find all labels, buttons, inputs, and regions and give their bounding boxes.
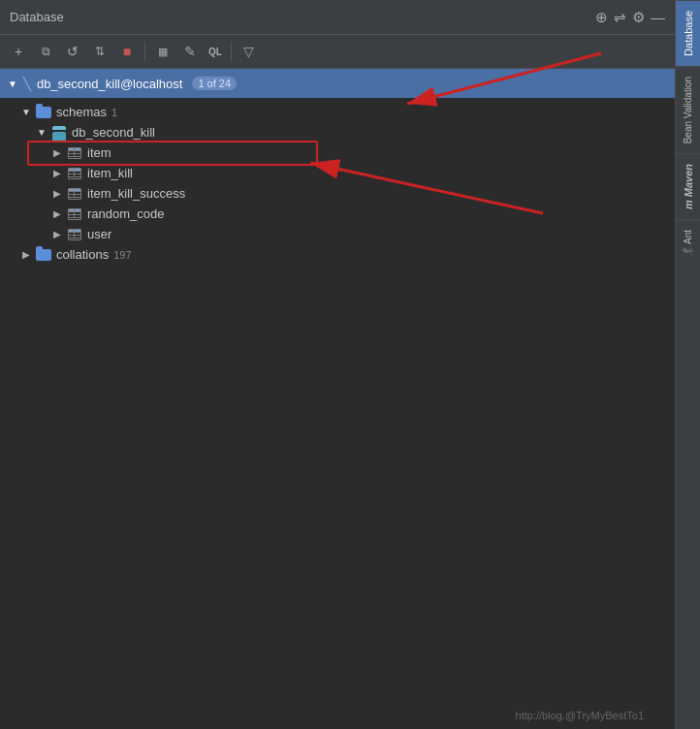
sidebar-tab-bean-validation[interactable]: Bean Validation (676, 66, 700, 153)
random-code-table-icon (66, 207, 83, 221)
connection-badge: 1 of 24 (192, 77, 237, 90)
sql-button[interactable]: QL (205, 39, 226, 64)
tree-item-item-kill[interactable]: ▶ item_kill (0, 163, 675, 183)
filter-button[interactable]: ▽ (237, 39, 262, 64)
tree-item-random-code[interactable]: ▶ random_code (0, 204, 675, 224)
table-button[interactable]: ▦ (150, 39, 175, 64)
database-tab-label: Database (683, 11, 694, 56)
db-icon-container (50, 126, 68, 140)
schemas-label: schemas (56, 105, 107, 119)
schemas-count: 1 (111, 107, 117, 118)
sidebar-tab-maven[interactable]: m Maven (676, 153, 700, 219)
item-kill-success-table-icon (66, 187, 83, 201)
stop-button[interactable]: ■ (114, 39, 140, 64)
sidebar-tab-ant[interactable]: 🐜 Ant (676, 219, 700, 268)
toolbar: + ⧉ ↺ ⇅ ■ ▦ ✎ QL ▽ (0, 35, 675, 69)
separator-1 (144, 42, 145, 61)
maven-tab-label: m Maven (683, 164, 694, 209)
tree-item-collations[interactable]: ▶ collations 197 (0, 244, 675, 265)
tree-item-user[interactable]: ▶ user (0, 224, 675, 244)
tree-area: ▼ schemas 1 ▼ db_second_kill ▶ (0, 98, 675, 729)
schemas-folder-icon (35, 106, 52, 119)
item-table-icon (66, 146, 83, 160)
globe-icon[interactable]: ⊕ (595, 9, 608, 26)
refresh-button[interactable]: ↺ (60, 39, 85, 64)
random-code-arrow: ▶ (50, 208, 64, 219)
collations-arrow: ▶ (19, 249, 33, 260)
collations-label: collations (56, 247, 109, 262)
user-table-icon (66, 228, 83, 241)
minimize-icon[interactable]: — (651, 9, 665, 25)
item-kill-label: item_kill (87, 166, 133, 180)
item-label: item (87, 145, 111, 160)
ant-tab-label: 🐜 Ant (683, 230, 693, 258)
right-sidebar: Database Bean Validation m Maven 🐜 Ant (675, 0, 700, 729)
copy-button[interactable]: ⧉ (33, 39, 58, 64)
sidebar-tab-database[interactable]: Database (676, 0, 700, 66)
user-arrow: ▶ (50, 229, 64, 239)
random-code-label: random_code (87, 206, 165, 221)
item-kill-arrow: ▶ (50, 168, 64, 178)
connection-collapse-arrow[interactable]: ▼ (8, 79, 17, 89)
panel-title: Database (10, 10, 64, 24)
item-arrow: ▶ (50, 147, 64, 158)
settings-icon[interactable]: ⚙ (632, 9, 645, 26)
collations-folder-icon (35, 248, 52, 262)
split-icon[interactable]: ⇌ (614, 9, 626, 26)
tree-item-schemas[interactable]: ▼ schemas 1 (0, 102, 675, 122)
db-arrow: ▼ (35, 127, 48, 138)
watermark: http://blog.@TryMyBestTo1 (516, 710, 644, 721)
add-button[interactable]: + (6, 39, 31, 64)
edit-button[interactable]: ✎ (177, 39, 203, 64)
connection-name: db_second_kill@localhost (37, 77, 183, 91)
item-kill-table-icon (66, 167, 83, 180)
db-label: db_second_kill (72, 125, 155, 140)
bean-validation-tab-label: Bean Validation (683, 77, 693, 143)
item-kill-success-arrow: ▶ (50, 188, 64, 199)
title-bar: Database ⊕ ⇌ ⚙ — (0, 0, 675, 35)
tree-item-item[interactable]: ▶ item (0, 143, 675, 163)
sync-button[interactable]: ⇅ (87, 39, 112, 64)
user-label: user (87, 227, 111, 241)
connection-row[interactable]: ▼ ╲ db_second_kill@localhost 1 of 24 (0, 69, 675, 98)
collations-count: 197 (113, 249, 131, 261)
tree-item-item-kill-success[interactable]: ▶ item_kill_success (0, 183, 675, 204)
schemas-arrow: ▼ (19, 107, 33, 117)
tree-item-db-second-kill[interactable]: ▼ db_second_kill (0, 122, 675, 143)
separator-2 (231, 42, 232, 61)
connection-type-icon: ╲ (23, 77, 31, 91)
item-kill-success-label: item_kill_success (87, 186, 185, 201)
